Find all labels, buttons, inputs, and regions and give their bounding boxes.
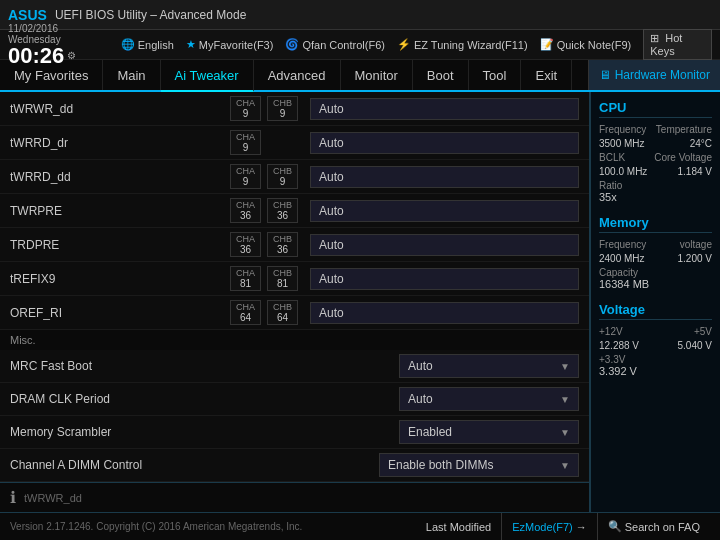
cpu-core-voltage-label: Core Voltage — [654, 152, 712, 163]
asus-logo: ASUS — [8, 7, 47, 23]
search-label: Search on FAQ — [625, 521, 700, 533]
dropdown-value: Auto — [408, 392, 433, 406]
version-text: Version 2.17.1246. Copyright (C) 2016 Am… — [10, 521, 302, 532]
setting-value[interactable]: Auto — [310, 200, 579, 222]
setting-value[interactable]: Auto — [310, 268, 579, 290]
setting-row-twrrd-dr: tWRRD_dr CHA 9 CHB - Auto — [0, 126, 589, 160]
setting-row-twrpre: TWRPRE CHA 36 CHB 36 Auto — [0, 194, 589, 228]
setting-label: tWRRD_dr — [10, 136, 230, 150]
misc-header: Misc. — [0, 330, 589, 350]
cha-box: CHA 9 — [230, 130, 261, 155]
qfan-btn[interactable]: 🌀 Qfan Control(F6) — [285, 38, 385, 51]
spacer — [599, 294, 712, 302]
ezmode-icon: → — [576, 521, 587, 533]
dropdown-value: Enabled — [408, 425, 452, 439]
setting-row-trdpre: TRDPRE CHA 36 CHB 36 Auto — [0, 228, 589, 262]
voltage-5v-label: +5V — [694, 326, 712, 337]
setting-row-dram-clk: DRAM CLK Period Auto ▼ — [0, 383, 589, 416]
setting-value[interactable]: Auto — [310, 132, 579, 154]
nav-advanced[interactable]: Advanced — [254, 60, 341, 90]
eztuning-label: EZ Tuning Wizard(F11) — [414, 39, 528, 51]
cha-box: CHA 64 — [230, 300, 261, 325]
nav-main[interactable]: Main — [103, 60, 160, 90]
ezmode-label: EzMode(F7) — [512, 521, 573, 533]
setting-row-trefix9: tREFIX9 CHA 81 CHB 81 Auto — [0, 262, 589, 296]
monitor-icon: 🖥 — [599, 68, 611, 82]
quicknote-btn[interactable]: 📝 Quick Note(F9) — [540, 38, 632, 51]
info-icon[interactable]: ℹ — [10, 488, 16, 507]
bottom-item-label: tWRWR_dd — [24, 492, 82, 504]
voltage-12v-row: +12V +5V — [599, 326, 712, 337]
search-faq-btn[interactable]: 🔍 Search on FAQ — [597, 513, 710, 541]
setting-row-twrwr-dd-1: tWRWR_dd CHA 9 CHB 9 Auto — [0, 92, 589, 126]
bios-title: UEFI BIOS Utility – Advanced Mode — [55, 8, 246, 22]
hardware-monitor-tab[interactable]: 🖥 Hardware Monitor — [588, 60, 720, 90]
setting-value[interactable]: Auto — [310, 234, 579, 256]
mem-frequency-value: 2400 MHz — [599, 253, 645, 264]
ezmode-btn[interactable]: EzMode(F7) → — [501, 513, 597, 541]
mrc-fast-boot-dropdown[interactable]: Auto ▼ — [399, 354, 579, 378]
mem-voltage-value: 1.200 V — [678, 253, 712, 264]
memory-scrambler-dropdown[interactable]: Enabled ▼ — [399, 420, 579, 444]
note-icon: 📝 — [540, 38, 554, 51]
last-modified-btn[interactable]: Last Modified — [416, 513, 501, 541]
cpu-temperature-label: Temperature — [656, 124, 712, 135]
chevron-down-icon: ▼ — [560, 427, 570, 438]
hot-keys-button[interactable]: ⊞ Hot Keys — [643, 29, 712, 60]
language-label: English — [138, 39, 174, 51]
setting-row-twrrd-dd: tWRRD_dd CHA 9 CHB 9 Auto — [0, 160, 589, 194]
hardware-monitor-label: Hardware Monitor — [615, 68, 710, 82]
mem-capacity-value: 16384 MB — [599, 278, 712, 290]
right-panel: CPU Frequency Temperature 3500 MHz 24°C … — [590, 92, 720, 512]
cha-chb-boxes: CHA 9 CHB 9 — [230, 164, 310, 189]
channel-dimm-dropdown[interactable]: Enable both DIMMs ▼ — [379, 453, 579, 477]
dropdown-value: Enable both DIMMs — [388, 458, 493, 472]
cha-box: CHA 9 — [230, 164, 261, 189]
hotkeys-icon: ⊞ — [650, 32, 659, 44]
eztuning-btn[interactable]: ⚡ EZ Tuning Wizard(F11) — [397, 38, 528, 51]
chb-box: CHB 9 — [267, 164, 298, 189]
chb-box: CHB 36 — [267, 198, 298, 223]
nav-exit[interactable]: Exit — [521, 60, 572, 90]
cha-chb-boxes: CHA 36 CHB 36 — [230, 232, 310, 257]
nav-tool[interactable]: Tool — [469, 60, 522, 90]
setting-value[interactable]: Auto — [310, 98, 579, 120]
cpu-bclk-label: BCLK — [599, 152, 625, 163]
fan-icon: 🌀 — [285, 38, 299, 51]
chevron-down-icon: ▼ — [560, 361, 570, 372]
cpu-frequency-row: Frequency Temperature — [599, 124, 712, 135]
chb-box: CHB 81 — [267, 266, 298, 291]
nav-monitor[interactable]: Monitor — [341, 60, 413, 90]
voltage-12v-value-row: 12.288 V 5.040 V — [599, 340, 712, 351]
mem-frequency-row: Frequency voltage — [599, 239, 712, 250]
cha-box: CHA 9 — [230, 96, 261, 121]
cpu-temperature-value: 24°C — [690, 138, 712, 149]
myfavorite-label: MyFavorite(F3) — [199, 39, 274, 51]
spacer — [599, 207, 712, 215]
setting-value[interactable]: Auto — [310, 302, 579, 324]
quicknote-label: Quick Note(F9) — [557, 39, 632, 51]
memory-section-title: Memory — [599, 215, 712, 233]
qfan-label: Qfan Control(F6) — [302, 39, 385, 51]
nav-my-favorites[interactable]: My Favorites — [0, 60, 103, 90]
dram-clk-dropdown[interactable]: Auto ▼ — [399, 387, 579, 411]
voltage-12v-label: +12V — [599, 326, 623, 337]
nav-boot[interactable]: Boot — [413, 60, 469, 90]
bottom-bar: Version 2.17.1246. Copyright (C) 2016 Am… — [0, 512, 720, 540]
language-icon: 🌐 — [121, 38, 135, 51]
chb-box: CHB 36 — [267, 232, 298, 257]
chb-box: CHB 9 — [267, 96, 298, 121]
setting-label: DRAM CLK Period — [10, 392, 230, 406]
cha-chb-boxes: CHA 9 CHB 9 — [230, 96, 310, 121]
setting-value[interactable]: Auto — [310, 166, 579, 188]
setting-label: Channel A DIMM Control — [10, 458, 230, 472]
info-bar: 11/02/2016 Wednesday 00:26 ⚙ 🌐 English ★… — [0, 30, 720, 60]
left-panel: tWRWR_dd CHA 9 CHB 9 Auto tWRRD_dr CHA 9 — [0, 92, 590, 512]
cha-chb-boxes: CHA 9 CHB - — [230, 130, 310, 155]
setting-label: tWRRD_dd — [10, 170, 230, 184]
myfavorite-btn[interactable]: ★ MyFavorite(F3) — [186, 38, 274, 51]
language-btn[interactable]: 🌐 English — [121, 38, 174, 51]
mem-capacity-label: Capacity — [599, 267, 712, 278]
cpu-frequency-value: 3500 MHz — [599, 138, 645, 149]
nav-ai-tweaker[interactable]: Ai Tweaker — [161, 60, 254, 92]
